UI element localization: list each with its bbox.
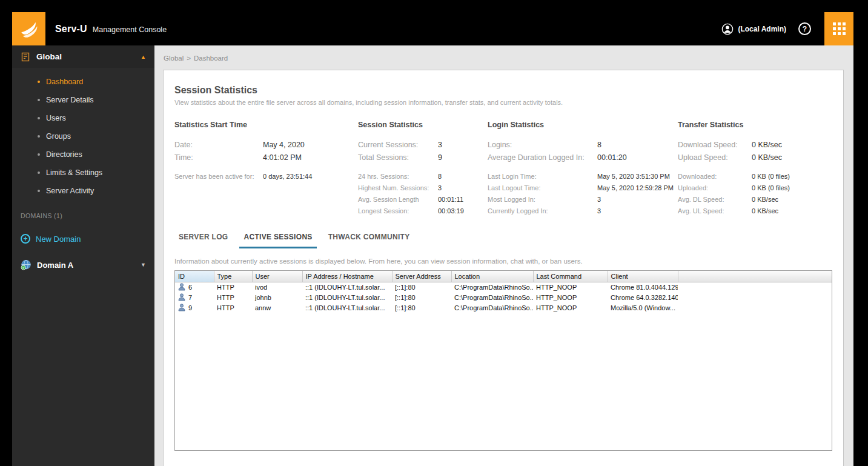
stat-label: Logins: <box>488 139 597 151</box>
domains-section-heading: DOMAINS (1) <box>12 212 154 219</box>
table-row[interactable]: 6 HTTP ivod ::1 (IDLOUHY-LT.tul.solar...… <box>175 282 832 292</box>
stat-label: Download Speed: <box>678 139 752 151</box>
stat-label: Upload Speed: <box>678 151 752 164</box>
content-area: Global>Dashboard Session Statistics View… <box>154 45 853 466</box>
stat-label: Longest Session: <box>358 205 438 217</box>
cell-location: C:\ProgramData\RhinoSo... <box>451 282 533 292</box>
cell-user: annw <box>252 302 302 313</box>
sidebar-global-label: Global <box>36 52 141 61</box>
sidebar-item-label: Server Details <box>46 96 94 104</box>
sidebar-item-users[interactable]: Users <box>12 109 154 127</box>
stat-label: Average Duration Logged In: <box>488 151 597 164</box>
cell-last-command: HTTP_NOOP <box>533 292 608 302</box>
column-header-client[interactable]: Client <box>608 271 678 282</box>
stat-row: Average Duration Logged In:00:01:20 <box>488 151 678 164</box>
sidebar-item-groups[interactable]: Groups <box>12 127 154 145</box>
sidebar-item-label: Directories <box>46 150 82 159</box>
stat-label: Avg. DL Speed: <box>678 194 752 205</box>
stat-label: 24 hrs. Sessions: <box>358 171 438 182</box>
sidebar-item-label: Limits & Settings <box>46 168 102 177</box>
stat-value: 00:03:19 <box>438 205 464 217</box>
tab-thwack-community[interactable]: THWACK COMMUNITY <box>324 233 414 248</box>
stat-value: 3 <box>438 182 442 194</box>
sidebar-item-directories[interactable]: Directories <box>12 145 154 164</box>
stat-row: Avg. Session Length00:01:11 <box>358 194 488 205</box>
bullet-icon <box>38 135 40 138</box>
solarwinds-swirl-icon <box>19 19 39 39</box>
cell-filler <box>678 282 832 292</box>
sidebar-section-global[interactable]: Global ▲ <box>12 45 154 68</box>
stat-value: 3 <box>597 194 601 205</box>
breadcrumb-global[interactable]: Global <box>164 55 184 62</box>
stats-column-heading: Login Statistics <box>488 121 678 129</box>
column-header-type[interactable]: Type <box>214 271 252 282</box>
sessions-description: Information about currently active sessi… <box>174 258 832 265</box>
sidebar-item-server-activity[interactable]: Server Activity <box>12 182 154 200</box>
cell-type: HTTP <box>214 302 252 313</box>
stat-value: 3 <box>597 205 601 217</box>
cell-server-address: [::1]:80 <box>392 282 451 292</box>
brand-product: Management Console <box>93 25 167 34</box>
sidebar-item-label: Users <box>46 114 66 122</box>
stat-row: Most Logged In:3 <box>488 194 678 205</box>
cell-id: 9 <box>175 302 214 313</box>
new-domain-button[interactable]: + New Domain <box>12 231 154 246</box>
column-header-location[interactable]: Location <box>451 271 533 282</box>
stat-row: 24 hrs. Sessions:8 <box>358 171 488 182</box>
stats-column-heading: Statistics Start Time <box>174 121 358 129</box>
chevron-down-icon: ▼ <box>141 262 146 268</box>
cell-last-command: HTTP_NOOP <box>533 302 608 313</box>
user-circle-icon <box>721 23 734 35</box>
stat-value: May 5, 2020 12:59:28 PM <box>597 182 674 194</box>
cell-id: 6 <box>175 282 214 292</box>
stat-value: 9 <box>438 151 442 164</box>
stat-label: Total Sessions: <box>358 151 438 164</box>
dashboard-panel: Session Statistics View statistics about… <box>163 70 844 466</box>
stat-row: Last Login Time:May 5, 2020 3:51:30 PM <box>488 171 678 182</box>
sidebar-item-limits-settings[interactable]: Limits & Settings <box>12 164 154 182</box>
stat-value: 0 KB/sec <box>752 151 782 164</box>
stat-value: 0 KB (0 files) <box>752 182 790 194</box>
stat-row: Highest Num. Sessions:3 <box>358 182 488 194</box>
plus-circle-icon: + <box>21 234 30 244</box>
stat-row: Current Sessions:3 <box>358 139 488 151</box>
stat-label: Most Logged In: <box>488 194 597 205</box>
cell-id: 7 <box>175 292 214 302</box>
stat-label: Time: <box>174 151 263 164</box>
sidebar-item-dashboard[interactable]: Dashboard <box>12 73 154 91</box>
column-header-user[interactable]: User <box>252 271 302 282</box>
column-header-ip-hostname[interactable]: IP Address / Hostname <box>302 271 392 282</box>
table-row[interactable]: 9 HTTP annw ::1 (IDLOUHY-LT.tul.solar...… <box>175 302 832 313</box>
active-sessions-table: ID Type User IP Address / Hostname Serve… <box>175 271 832 313</box>
table-header-row: ID Type User IP Address / Hostname Serve… <box>175 271 832 282</box>
cell-server-address: [::1]:80 <box>392 302 451 313</box>
login-statistics-column: Login Statistics Logins:8 Average Durati… <box>488 121 678 217</box>
stat-value: 00:01:20 <box>597 151 627 164</box>
sidebar-item-server-details[interactable]: Server Details <box>12 91 154 109</box>
session-statistics-column: Session Statistics Current Sessions:3 To… <box>358 121 488 217</box>
stat-row: Avg. DL Speed:0 KB/sec <box>678 194 832 205</box>
tab-active-sessions[interactable]: ACTIVE SESSIONS <box>239 233 316 248</box>
tab-server-log[interactable]: SERVER LOG <box>174 233 232 248</box>
stat-row: Date:May 4, 2020 <box>174 139 358 151</box>
stat-label: Uploaded: <box>678 182 752 194</box>
stat-value: May 5, 2020 3:51:30 PM <box>597 171 670 182</box>
page-subtitle: View statistics about the entire file se… <box>174 99 832 106</box>
cell-location: C:\ProgramData\RhinoSo... <box>451 292 533 302</box>
apps-button[interactable] <box>824 12 853 45</box>
user-menu[interactable]: (Local Admin) <box>721 23 786 35</box>
column-header-last-command[interactable]: Last Command <box>533 271 608 282</box>
bullet-icon <box>38 190 40 192</box>
bullet-icon <box>38 99 40 101</box>
stat-label: Downloaded: <box>678 171 752 182</box>
stat-label: Current Sessions: <box>358 139 438 151</box>
bullet-icon <box>38 171 40 174</box>
cell-client: Mozilla/5.0 (Window... <box>608 302 678 313</box>
table-row[interactable]: 7 HTTP johnb ::1 (IDLOUHY-LT.tul.solar..… <box>175 292 832 302</box>
column-header-server-address[interactable]: Server Address <box>392 271 451 282</box>
help-button[interactable]: ? <box>798 22 811 35</box>
column-header-id[interactable]: ID <box>175 271 214 282</box>
stat-value: 0 KB/sec <box>752 139 782 151</box>
sidebar-item-domain-a[interactable]: Domain A ▼ <box>12 257 154 273</box>
question-mark-icon: ? <box>803 25 807 33</box>
